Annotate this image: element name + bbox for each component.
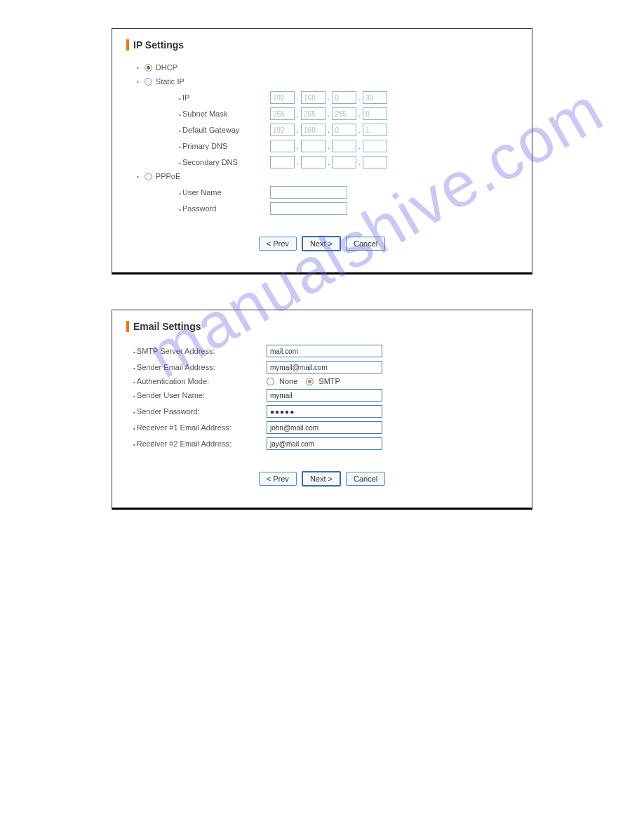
ip-dot-icon: . [358, 142, 361, 150]
ip-dot-icon: . [328, 126, 330, 134]
subnet-octet-1[interactable] [270, 107, 295, 120]
bullet-icon: • [137, 173, 139, 180]
auth-none-radio[interactable] [267, 378, 274, 385]
cancel-button[interactable]: Cancel [346, 472, 385, 486]
receiver1-input[interactable] [267, 421, 382, 434]
gateway-input-group: . . . [270, 124, 387, 136]
pppoe-label: PPPoE [156, 172, 180, 180]
dhcp-radio[interactable] [145, 64, 152, 72]
ip-dot-icon: . [358, 110, 361, 118]
ip-dot-icon: . [328, 158, 330, 166]
subnet-octet-4[interactable] [363, 107, 387, 120]
bullet-icon: • [137, 65, 139, 71]
gateway-octet-1[interactable] [270, 124, 295, 136]
receiver2-row: Receiver #2 Email Address: [133, 437, 518, 450]
static-ip-label: Static IP [156, 77, 185, 86]
pppoe-radio[interactable] [145, 173, 152, 180]
ip-button-row: < Prev Next > Cancel [126, 236, 518, 251]
username-label: User Name [179, 188, 270, 197]
auth-mode-label: Authentication Mode: [133, 377, 267, 385]
dhcp-label: DHCP [156, 63, 177, 72]
secondary-dns-field-row: Secondary DNS . . . [179, 156, 518, 168]
ip-octet-2[interactable] [301, 91, 326, 104]
receiver1-row: Receiver #1 Email Address: [133, 421, 518, 434]
auth-smtp-label: SMTP [318, 377, 340, 385]
next-button[interactable]: Next > [302, 236, 341, 251]
primary-dns-field-row: Primary DNS . . . [179, 140, 518, 152]
smtp-server-label: SMTP Server Address: [133, 347, 267, 355]
gateway-octet-3[interactable] [332, 124, 356, 136]
sender-username-label: Sender User Name: [133, 391, 267, 399]
ip-dot-icon: . [297, 93, 299, 102]
bullet-icon: • [137, 79, 139, 85]
ip-dot-icon: . [328, 93, 330, 102]
sender-email-row: Sender Email Address: [133, 361, 518, 373]
sdns-octet-3[interactable] [332, 156, 356, 168]
pdns-octet-4[interactable] [363, 140, 387, 152]
sender-email-label: Sender Email Address: [133, 363, 267, 371]
primary-dns-input-group: . . . [270, 140, 387, 152]
auth-radios-group: None SMTP [267, 377, 346, 385]
password-input[interactable] [270, 202, 347, 215]
password-label: Password [179, 204, 270, 213]
gateway-label: Default Gateway [179, 126, 270, 134]
static-ip-radio[interactable] [145, 78, 152, 86]
auth-smtp-radio[interactable] [306, 378, 314, 385]
sender-password-input[interactable] [267, 405, 382, 418]
auth-none-label: None [279, 377, 297, 385]
primary-dns-label: Primary DNS [179, 142, 270, 150]
subnet-label: Subnet Mask [179, 110, 270, 118]
static-ip-option-row[interactable]: • Static IP [137, 77, 518, 86]
ip-dot-icon: . [358, 158, 361, 166]
email-settings-panel: Email Settings SMTP Server Address: Send… [112, 310, 532, 510]
subnet-field-row: Subnet Mask . . . [179, 107, 518, 120]
receiver2-label: Receiver #2 Email Address: [133, 439, 267, 448]
ip-settings-panel: IP Settings • DHCP • Static IP IP . . . … [112, 28, 532, 274]
cancel-button[interactable]: Cancel [346, 237, 385, 251]
subnet-input-group: . . . [270, 107, 387, 120]
secondary-dns-input-group: . . . [270, 156, 387, 168]
gateway-octet-2[interactable] [301, 124, 326, 136]
ip-settings-title: IP Settings [126, 39, 518, 51]
ip-dot-icon: . [358, 93, 361, 102]
ip-octet-3[interactable] [332, 91, 356, 104]
ip-dot-icon: . [297, 158, 299, 166]
sender-password-row: Sender Password: [133, 405, 518, 418]
sender-username-input[interactable] [267, 389, 382, 402]
subnet-octet-3[interactable] [332, 107, 356, 120]
pppoe-option-row[interactable]: • PPPoE [137, 172, 518, 180]
email-button-row: < Prev Next > Cancel [126, 471, 518, 486]
smtp-server-row: SMTP Server Address: [133, 345, 518, 357]
next-button[interactable]: Next > [302, 471, 341, 486]
dhcp-option-row[interactable]: • DHCP [137, 63, 518, 72]
sender-username-row: Sender User Name: [133, 389, 518, 402]
pdns-octet-2[interactable] [301, 140, 326, 152]
sdns-octet-4[interactable] [363, 156, 387, 168]
smtp-server-input[interactable] [267, 345, 382, 357]
pdns-octet-3[interactable] [332, 140, 356, 152]
ip-dot-icon: . [358, 126, 361, 134]
sender-email-input[interactable] [267, 361, 382, 373]
ip-input-group: . . . [270, 91, 387, 104]
ip-octet-4[interactable] [363, 91, 387, 104]
secondary-dns-label: Secondary DNS [179, 158, 270, 166]
prev-button[interactable]: < Prev [259, 472, 297, 486]
receiver2-input[interactable] [267, 437, 382, 450]
ip-field-row: IP . . . [179, 91, 518, 104]
subnet-octet-2[interactable] [301, 107, 326, 120]
password-field-row: Password [179, 202, 518, 215]
pdns-octet-1[interactable] [270, 140, 295, 152]
sdns-octet-1[interactable] [270, 156, 295, 168]
ip-dot-icon: . [328, 142, 330, 150]
auth-mode-row: Authentication Mode: None SMTP [133, 377, 518, 385]
prev-button[interactable]: < Prev [259, 237, 297, 251]
username-field-row: User Name [179, 186, 518, 199]
receiver1-label: Receiver #1 Email Address: [133, 423, 267, 432]
ip-dot-icon: . [297, 142, 299, 150]
gateway-octet-4[interactable] [363, 124, 387, 136]
sender-password-label: Sender Password: [133, 407, 267, 416]
sdns-octet-2[interactable] [301, 156, 326, 168]
ip-octet-1[interactable] [270, 91, 295, 104]
username-input[interactable] [270, 186, 347, 199]
email-settings-title: Email Settings [126, 321, 518, 332]
